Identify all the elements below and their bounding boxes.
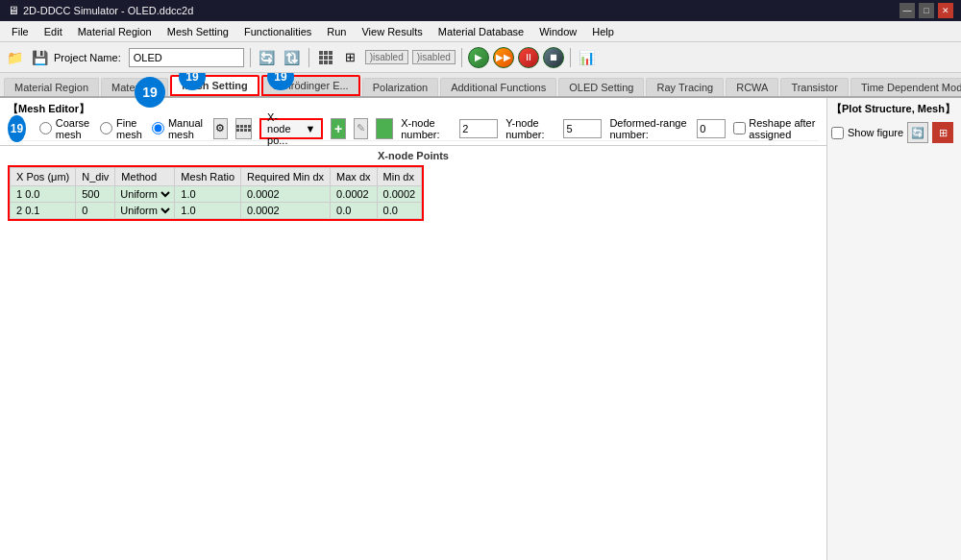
grid-icon[interactable] [315, 47, 336, 68]
reshape-label: Reshape after assigned [749, 117, 819, 140]
separator-4 [570, 48, 571, 67]
menu-mesh-setting[interactable]: Mesh Setting [160, 24, 236, 39]
radio-manual-input[interactable] [152, 122, 164, 134]
cell-row2-ndiv: 0 [76, 203, 115, 219]
table-row: 1 0.0 500 Uniform Ratio 1.0 0.0002 0.000… [11, 186, 422, 203]
tab-transistor[interactable]: Transistor [780, 78, 849, 96]
cell-row2-method: Uniform Ratio [115, 203, 175, 219]
deformed-label: Deformed-range number: [609, 117, 689, 140]
xnode-number-input[interactable] [459, 119, 498, 138]
refresh-icon[interactable]: 🔄 [257, 47, 278, 68]
tab-polarization[interactable]: Polarization [362, 78, 438, 96]
add-node-button[interactable]: + [331, 118, 345, 139]
xnode-table: X Pos (μm) N_div Method Mesh Ratio Requi… [10, 167, 422, 219]
cell-row2-max: 0.0 [331, 203, 377, 219]
reshape-checkbox[interactable] [733, 122, 746, 134]
ynode-number-label: Y-node number: [505, 117, 555, 140]
show-figure-row: Show figure 🔄 ⊞ [831, 122, 957, 143]
radio-fine-label: Fine mesh [116, 117, 144, 140]
cell-row1-method: Uniform Ratio [115, 186, 175, 203]
menu-material-region[interactable]: Material Region [70, 24, 160, 39]
menu-functionalities[interactable]: Functionalities [236, 24, 319, 39]
radio-manual: Manual mesh [152, 117, 206, 140]
method-select-row2[interactable]: Uniform Ratio [116, 204, 173, 217]
edit-node-button[interactable]: ✎ [354, 118, 368, 139]
cell-row2-req: 0.0002 [241, 203, 331, 219]
tab-oled-setting[interactable]: OLED Setting [558, 78, 644, 96]
layers-icon[interactable]: ⊞ [340, 47, 361, 68]
maximize-button[interactable]: □ [919, 3, 934, 18]
tab-rcwa[interactable]: RCWA [726, 78, 778, 96]
disabled-badge-1: )isabled [365, 50, 408, 64]
cell-row1-max: 0.0002 [331, 186, 377, 203]
title-bar: 🖥 2D-DDCC Simulator - OLED.ddcc2d — □ ✕ [0, 0, 961, 21]
right-panel-title: 【Plot Structure, Mesh】 [831, 102, 957, 116]
project-label: Project Name: [54, 52, 121, 63]
reshape-checkbox-container: Reshape after assigned [733, 117, 819, 140]
xnode-section-title: X-node Points [8, 150, 819, 161]
menu-edit[interactable]: Edit [37, 24, 70, 39]
separator-2 [308, 48, 309, 67]
play-button-4[interactable]: ⏹ [543, 47, 564, 68]
col-max-dx: Max dx [331, 168, 377, 186]
window-title: 2D-DDCC Simulator - OLED.ddcc2d [23, 5, 193, 16]
minimize-button[interactable]: — [899, 3, 915, 18]
deformed-number-input[interactable] [697, 119, 726, 138]
play-button-3[interactable]: ⏸ [518, 47, 539, 68]
ynode-number-input[interactable] [563, 119, 602, 138]
chart-icon[interactable]: 📊 [577, 47, 598, 68]
sync-icon[interactable]: 🔃 [282, 47, 303, 68]
disabled-badge-2: )isabled [412, 50, 456, 64]
app-icon: 🖥 [8, 4, 19, 17]
project-name-input[interactable] [129, 48, 244, 67]
menu-material-database[interactable]: Material Database [431, 24, 531, 39]
grid-mesh-icon[interactable] [235, 118, 252, 139]
cell-row2-id: 2 0.1 [11, 203, 76, 219]
mesh-editor-title: 【Mesh Editor】 [8, 103, 89, 114]
mesh-radio-toolbar: 19 Coarse mesh Fine mesh Manual mesh ⚙ [8, 116, 819, 141]
cell-row1-id: 1 0.0 [11, 186, 76, 203]
tab-time-dependent[interactable]: Time Dependent Module [850, 78, 961, 96]
col-ndiv: N_div [76, 168, 115, 186]
refresh-plot-icon[interactable]: 🔄 [907, 122, 928, 143]
play-button-1[interactable]: ▶ [468, 47, 489, 68]
radio-fine-input[interactable] [100, 122, 112, 134]
table-section: X-node Points X Pos (μm) N_div Method Me… [0, 146, 826, 227]
show-figure-checkbox[interactable] [831, 127, 844, 139]
menu-help[interactable]: Help [584, 24, 622, 39]
separator-1 [250, 48, 251, 67]
xnode-dropdown[interactable]: X-node po... ▼ [259, 118, 323, 139]
settings-icon[interactable]: ⚙ [213, 118, 228, 139]
menu-bar: File Edit Material Region Mesh Setting F… [0, 21, 961, 42]
tab-additional-functions[interactable]: Additional Functions [440, 78, 556, 96]
xnode-number-label: X-node number: [401, 117, 452, 140]
close-button[interactable]: ✕ [938, 3, 953, 18]
menu-file[interactable]: File [4, 24, 37, 39]
col-min-dx: Min dx [377, 168, 422, 186]
color-button[interactable] [376, 118, 393, 139]
radio-coarse-input[interactable] [39, 122, 52, 134]
radio-manual-label: Manual mesh [168, 117, 206, 140]
tab-material-region[interactable]: Material Region [4, 78, 99, 96]
xnode-table-wrapper: X Pos (μm) N_div Method Mesh Ratio Requi… [8, 165, 424, 221]
play-button-2[interactable]: ▶▶ [493, 47, 514, 68]
cell-row1-ndiv: 500 [76, 186, 115, 203]
separator-3 [461, 48, 462, 67]
menu-view-results[interactable]: View Results [354, 24, 430, 39]
right-panel: 【Plot Structure, Mesh】 Show figure 🔄 ⊞ [826, 98, 961, 560]
tab-ray-tracing[interactable]: Ray Tracing [646, 78, 724, 96]
col-xpos: X Pos (μm) [11, 168, 76, 186]
menu-run[interactable]: Run [319, 24, 354, 39]
content-area: 【Mesh Editor】 19 Coarse mesh Fine mesh M… [0, 98, 826, 560]
cell-row1-req: 0.0002 [241, 186, 331, 203]
method-select-row1[interactable]: Uniform Ratio [116, 187, 173, 201]
save-icon[interactable]: 💾 [29, 47, 50, 68]
toolbar: 19 📁 💾 Project Name: 🔄 🔃 ⊞ )isabled )isa… [0, 42, 961, 73]
grid-plot-icon[interactable]: ⊞ [932, 122, 953, 143]
show-figure-label: Show figure [848, 127, 903, 138]
open-folder-icon[interactable]: 📁 [4, 47, 25, 68]
menu-window[interactable]: Window [531, 24, 584, 39]
main-content: 【Mesh Editor】 19 Coarse mesh Fine mesh M… [0, 98, 961, 560]
mesh-editor-panel: 【Mesh Editor】 19 Coarse mesh Fine mesh M… [0, 98, 826, 146]
col-mesh-ratio: Mesh Ratio [175, 168, 241, 186]
